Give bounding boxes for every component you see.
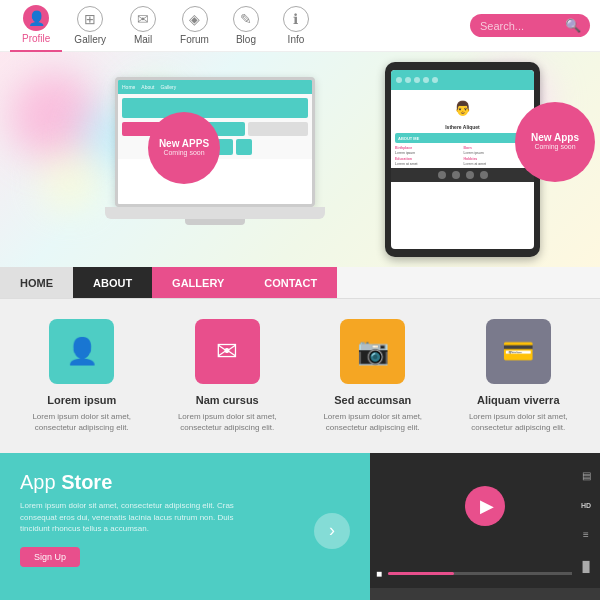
blog-icon: ✎	[233, 6, 259, 32]
nav-item-mail[interactable]: ✉ Mail	[118, 0, 168, 51]
section-nav-about[interactable]: ABOUT	[73, 267, 152, 298]
feature-text-4: Lorem ipsum dolor sit amet, consectetur …	[452, 411, 586, 433]
video-player: ▶ ■ 🔊 ▤ HD ≡ ▐▌	[370, 453, 600, 600]
nav-item-info[interactable]: ℹ Info	[271, 0, 321, 51]
tablet-info-grid: BirthplaceLorem ipsum BornLorem ipsum Ed…	[395, 146, 530, 166]
tablet-username: Isthere Aliquet	[391, 124, 534, 130]
nav-item-forum[interactable]: ◈ Forum	[168, 0, 221, 51]
tablet-about-label: ABOUT ME	[398, 136, 419, 141]
feature-icon-4: 💳	[486, 319, 551, 384]
feature-text-2: Lorem ipsum dolor sit amet, consectetur …	[161, 411, 295, 433]
top-navigation: 👤 Profile ⊞ Gallery ✉ Mail ◈ Forum ✎ Blo…	[0, 0, 600, 52]
nav-items: 👤 Profile ⊞ Gallery ✉ Mail ◈ Forum ✎ Blo…	[10, 0, 321, 52]
search-icon: 🔍	[565, 18, 581, 33]
tablet-avatar: 👨	[449, 94, 477, 122]
nav-label-forum: Forum	[180, 34, 209, 45]
feature-text-1: Lorem ipsum dolor sit amet, consectetur …	[15, 411, 149, 433]
feature-card-2: ✉ Nam cursus Lorem ipsum dolor sit amet,…	[161, 319, 295, 433]
video-play-button[interactable]: ▶	[465, 486, 505, 526]
nav-label-profile: Profile	[22, 33, 50, 44]
feature-cards-section: 👤 Lorem ipsum Lorem ipsum dolor sit amet…	[0, 299, 600, 453]
nav-item-gallery[interactable]: ⊞ Gallery	[62, 0, 118, 51]
feature-icon-2: ✉	[195, 319, 260, 384]
video-sidebar-icon-hd[interactable]: HD	[581, 502, 591, 509]
laptop-base	[105, 207, 325, 219]
gallery-icon: ⊞	[77, 6, 103, 32]
app-store-description: Lorem ipsum dolor sit amet, consectetur …	[20, 500, 240, 534]
tablet-about-section: ABOUT ME	[395, 133, 530, 143]
feature-card-4: 💳 Aliquam viverra Lorem ipsum dolor sit …	[452, 319, 586, 433]
tablet-footer	[391, 168, 534, 182]
app-store-section: App Store Lorem ipsum dolor sit amet, co…	[0, 453, 370, 600]
video-stop-button[interactable]: ■	[376, 568, 382, 579]
app-store-title: App Store	[20, 471, 350, 494]
badge-right-title: New Apps	[531, 132, 579, 143]
tablet-cell-1: BirthplaceLorem ipsum	[395, 146, 462, 155]
section-navigation: HOME ABOUT GALLERY CONTACT	[0, 267, 600, 299]
tablet-cell-3: EducationLorem at amet	[395, 157, 462, 166]
video-main: ▶ ■ 🔊	[370, 453, 600, 588]
bokeh-3	[40, 152, 100, 212]
hero-section: New APPS Coming soon New Apps Coming soo…	[0, 52, 600, 267]
badge-left-subtitle: Coming soon	[163, 149, 204, 157]
bottom-section: App Store Lorem ipsum dolor sit amet, co…	[0, 453, 600, 600]
tablet-footer-icon-2	[452, 171, 460, 179]
feature-title-1: Lorem ipsum	[15, 394, 149, 406]
feature-title-4: Aliquam viverra	[452, 394, 586, 406]
search-bar: 🔍	[470, 14, 590, 37]
badge-right-subtitle: Coming soon	[534, 143, 575, 151]
feature-icon-1: 👤	[49, 319, 114, 384]
mail-icon: ✉	[130, 6, 156, 32]
video-progress-bar[interactable]	[388, 572, 576, 575]
ts-dot-4	[423, 77, 429, 83]
video-progress-fill	[388, 572, 454, 575]
new-apps-badge-right: New Apps Coming soon	[515, 102, 595, 182]
video-controls: ■ 🔊	[370, 558, 600, 588]
tablet-footer-icon-4	[480, 171, 488, 179]
info-icon: ℹ	[283, 6, 309, 32]
new-apps-badge-left: New APPS Coming soon	[148, 112, 220, 184]
tablet-screen: 👨 Isthere Aliquet ABOUT ME BirthplaceLor…	[391, 70, 534, 249]
laptop-banner	[122, 98, 308, 118]
video-screen: ▶	[370, 453, 600, 558]
ts-dot-1	[396, 77, 402, 83]
app-store-title-bold: Store	[61, 471, 112, 493]
forum-icon: ◈	[182, 6, 208, 32]
feature-text-3: Lorem ipsum dolor sit amet, consectetur …	[306, 411, 440, 433]
video-sidebar-icon-list[interactable]: ≡	[583, 529, 589, 540]
nav-item-blog[interactable]: ✎ Blog	[221, 0, 271, 51]
app-store-arrow[interactable]: ›	[314, 513, 350, 549]
section-nav-gallery[interactable]: GALLERY	[152, 267, 244, 298]
video-sidebar: ▤ HD ≡ ▐▌	[572, 453, 600, 588]
ts-dot-5	[432, 77, 438, 83]
video-sidebar-icon-1[interactable]: ▤	[582, 470, 591, 481]
tablet-header	[391, 70, 534, 90]
nav-label-mail: Mail	[134, 34, 152, 45]
laptop-block-gray	[248, 122, 308, 136]
feature-card-1: 👤 Lorem ipsum Lorem ipsum dolor sit amet…	[15, 319, 149, 433]
nav-label-blog: Blog	[236, 34, 256, 45]
badge-left-title: New APPS	[159, 138, 209, 149]
nav-item-profile[interactable]: 👤 Profile	[10, 0, 62, 52]
tablet-footer-icon-3	[466, 171, 474, 179]
ts-dot-2	[405, 77, 411, 83]
section-nav-contact[interactable]: CONTACT	[244, 267, 337, 298]
feature-title-3: Sed accumsan	[306, 394, 440, 406]
feature-icon-3: 📷	[340, 319, 405, 384]
profile-icon: 👤	[23, 5, 49, 31]
tablet-footer-icon-1	[438, 171, 446, 179]
section-nav-home[interactable]: HOME	[0, 267, 73, 298]
laptop-nav: HomeAboutGallery	[118, 80, 312, 94]
ts-dot-3	[414, 77, 420, 83]
feature-card-3: 📷 Sed accumsan Lorem ipsum dolor sit ame…	[306, 319, 440, 433]
video-sidebar-icon-bars[interactable]: ▐▌	[579, 561, 593, 572]
nav-label-info: Info	[288, 34, 305, 45]
nav-label-gallery: Gallery	[74, 34, 106, 45]
feature-title-2: Nam cursus	[161, 394, 295, 406]
tablet-frame: 👨 Isthere Aliquet ABOUT ME BirthplaceLor…	[385, 62, 540, 257]
search-input[interactable]	[480, 20, 565, 32]
app-store-title-plain: App	[20, 471, 56, 493]
laptop-icon-4	[236, 139, 252, 155]
laptop-notch	[185, 219, 245, 225]
sign-up-button[interactable]: Sign Up	[20, 547, 80, 567]
